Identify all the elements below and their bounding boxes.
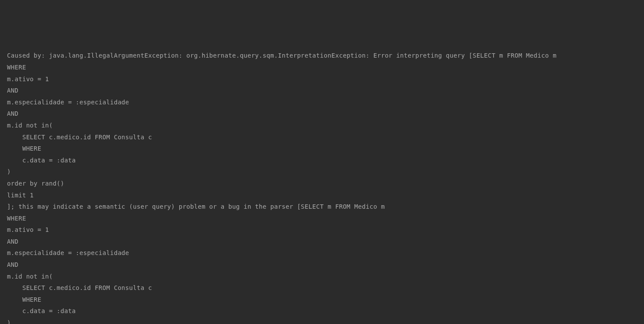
log-line: c.data = :data <box>7 307 76 314</box>
log-line: m.especialidade = :especialidade <box>7 249 129 256</box>
log-line: ]; this may indicate a semantic (user qu… <box>7 203 385 210</box>
log-line: limit 1 <box>7 192 34 199</box>
log-line: AND <box>7 238 18 245</box>
log-line: AND <box>7 110 18 117</box>
log-line: AND <box>7 87 18 94</box>
log-line: WHERE <box>7 215 26 222</box>
log-line: m.ativo = 1 <box>7 226 49 233</box>
log-line: Caused by: java.lang.IllegalArgumentExce… <box>7 52 557 59</box>
log-line: AND <box>7 261 18 268</box>
error-log-output: Caused by: java.lang.IllegalArgumentExce… <box>7 50 637 324</box>
log-line: m.ativo = 1 <box>7 76 49 83</box>
log-line: ) <box>7 319 11 324</box>
log-line: SELECT c.medico.id FROM Consulta c <box>7 134 152 141</box>
log-line: SELECT c.medico.id FROM Consulta c <box>7 284 152 291</box>
log-line: ) <box>7 168 11 175</box>
log-line: WHERE <box>7 64 26 71</box>
log-line: m.id not in( <box>7 273 53 280</box>
log-line: WHERE <box>7 296 42 303</box>
log-line: m.id not in( <box>7 122 53 129</box>
log-line: order by rand() <box>7 180 64 187</box>
log-line: m.especialidade = :especialidade <box>7 99 129 106</box>
log-line: c.data = :data <box>7 157 76 164</box>
log-line: WHERE <box>7 145 42 152</box>
